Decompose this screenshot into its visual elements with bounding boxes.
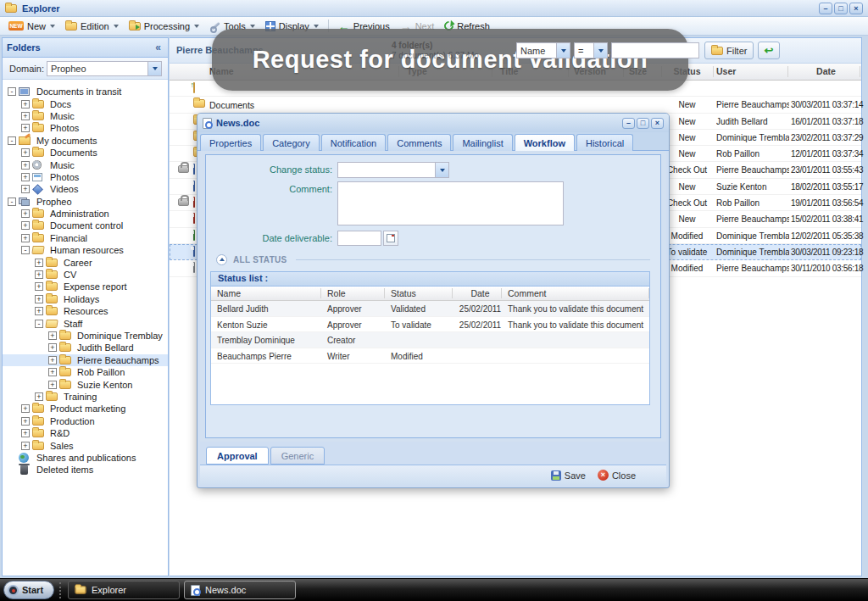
expander-icon[interactable]	[48, 381, 57, 389]
dialog-tab[interactable]: Category	[263, 134, 320, 151]
comment-textarea[interactable]	[337, 181, 564, 225]
calendar-icon[interactable]	[383, 231, 398, 246]
filter-field-select[interactable]: Name	[516, 42, 570, 58]
tree-item[interactable]: Documents	[3, 147, 168, 159]
tree-item[interactable]: Product marketing	[3, 403, 168, 415]
tree-item[interactable]: Administration	[3, 208, 168, 220]
status-col-status[interactable]: Status	[385, 287, 453, 300]
tree-item[interactable]: Shares and publications	[3, 452, 168, 464]
expander-icon[interactable]	[8, 87, 16, 96]
chevron-down-icon[interactable]	[556, 43, 570, 58]
tree-item[interactable]: Judith Bellard	[3, 342, 168, 353]
chevron-down-icon[interactable]	[435, 163, 448, 177]
tree-item[interactable]: Music	[3, 159, 168, 170]
processing-button[interactable]: Processing	[124, 18, 204, 35]
expander-icon[interactable]	[21, 404, 30, 413]
dialog-tab[interactable]: Properties	[200, 134, 261, 151]
close-button-footer[interactable]: × Close	[598, 470, 636, 481]
dialog-tab[interactable]: Notification	[321, 134, 386, 151]
tree-item[interactable]: Dominique Tremblay	[3, 330, 168, 342]
tree-item[interactable]: Document control	[3, 220, 168, 231]
tree-item[interactable]: Training	[3, 391, 168, 403]
workflow-type-tab[interactable]: Generic	[270, 447, 326, 465]
expander-icon[interactable]	[21, 209, 30, 218]
tree-item[interactable]: Pierre Beauchamps	[3, 354, 168, 366]
tree-item[interactable]: Videos	[3, 183, 168, 195]
dialog-maximize-button[interactable]: □	[637, 118, 649, 129]
dialog-tab[interactable]: Mailinglist	[453, 134, 512, 151]
filter-input[interactable]	[611, 42, 699, 58]
expander-icon[interactable]	[8, 198, 16, 206]
filter-operator-select[interactable]: =	[574, 42, 608, 58]
collapse-arrow-icon[interactable]	[216, 254, 227, 265]
filter-button[interactable]: Filter	[704, 42, 754, 59]
expander-icon[interactable]	[21, 417, 30, 426]
dialog-minimize-button[interactable]: –	[622, 118, 635, 129]
chevron-down-icon[interactable]	[147, 62, 161, 75]
tree-item[interactable]: Expense report	[3, 281, 168, 292]
task-explorer[interactable]: Explorer	[68, 581, 180, 599]
collapse-panel-icon[interactable]: «	[153, 42, 164, 53]
column-header-user[interactable]: User	[716, 66, 736, 76]
task-news-doc[interactable]: News.doc	[184, 581, 296, 599]
expander-icon[interactable]	[21, 148, 30, 157]
expander-icon[interactable]	[21, 246, 30, 254]
expander-icon[interactable]	[35, 270, 43, 279]
expander-icon[interactable]	[35, 320, 43, 328]
expander-icon[interactable]	[8, 136, 16, 145]
filter-reset-button[interactable]: ↩	[758, 42, 780, 59]
tree-item[interactable]: Music	[3, 110, 168, 122]
chevron-down-icon[interactable]	[593, 43, 607, 58]
tree-item[interactable]: Photos	[3, 122, 168, 134]
status-col-role[interactable]: Role	[321, 287, 385, 300]
close-button[interactable]: ×	[849, 3, 863, 14]
expander-icon[interactable]	[48, 331, 57, 340]
column-header-date[interactable]: Date	[791, 66, 861, 76]
expander-icon[interactable]	[48, 368, 57, 376]
tree-item[interactable]: Deleted items	[3, 464, 168, 476]
save-button[interactable]: Save	[551, 470, 586, 481]
status-col-name[interactable]: Name	[211, 287, 321, 300]
tree-item[interactable]: My documents	[3, 135, 168, 147]
expander-icon[interactable]	[48, 356, 57, 364]
expander-icon[interactable]	[21, 161, 30, 170]
status-col-date[interactable]: Date	[453, 287, 502, 300]
start-button[interactable]: Start	[3, 581, 54, 599]
tree-item[interactable]: Resources	[3, 305, 168, 317]
expander-icon[interactable]	[35, 307, 43, 315]
expander-icon[interactable]	[35, 295, 43, 303]
expander-icon[interactable]	[35, 392, 43, 401]
status-row[interactable]: Beauchamps Pierre Writer Modified	[211, 348, 649, 364]
tree-item[interactable]: Documents in transit	[3, 86, 168, 97]
expander-icon[interactable]	[21, 185, 30, 193]
dialog-tab[interactable]: Historical	[576, 134, 633, 151]
expander-icon[interactable]	[21, 112, 30, 120]
tree-item[interactable]: Production	[3, 415, 168, 427]
status-col-comment[interactable]: Comment	[502, 287, 649, 300]
minimize-button[interactable]: –	[819, 3, 832, 14]
dialog-titlebar[interactable]: News.doc – □ ×	[198, 114, 669, 132]
tree-item[interactable]: Suzie Kenton	[3, 378, 168, 390]
tree-item[interactable]: Holidays	[3, 293, 168, 305]
date-deliverable-input[interactable]	[337, 231, 381, 246]
status-row[interactable]: Kenton Suzie Approver To validate 25/02/…	[211, 317, 649, 333]
workflow-type-tab[interactable]: Approval	[206, 447, 269, 465]
tree-item[interactable]: Career	[3, 256, 168, 268]
tree-item[interactable]: Human resources	[3, 244, 168, 256]
expander-icon[interactable]	[21, 221, 30, 230]
expander-icon[interactable]	[21, 173, 30, 181]
dialog-close-button[interactable]: ×	[651, 118, 664, 129]
dialog-tab[interactable]: Workflow	[515, 134, 575, 151]
expander-icon[interactable]	[48, 343, 57, 352]
expander-icon[interactable]	[21, 100, 30, 109]
new-button[interactable]: NEW New	[3, 18, 60, 35]
tree-item[interactable]: Photos	[3, 171, 168, 183]
tree-item[interactable]: Sales	[3, 439, 168, 451]
change-status-select[interactable]	[337, 162, 449, 178]
status-row[interactable]: Bellard Judith Approver Validated 25/02/…	[211, 301, 649, 317]
tree-item[interactable]: Rob Paillon	[3, 366, 168, 378]
restore-button[interactable]: □	[834, 3, 848, 14]
expander-icon[interactable]	[21, 124, 30, 132]
tree-item[interactable]: CV	[3, 269, 168, 281]
expander-icon[interactable]	[35, 259, 43, 267]
